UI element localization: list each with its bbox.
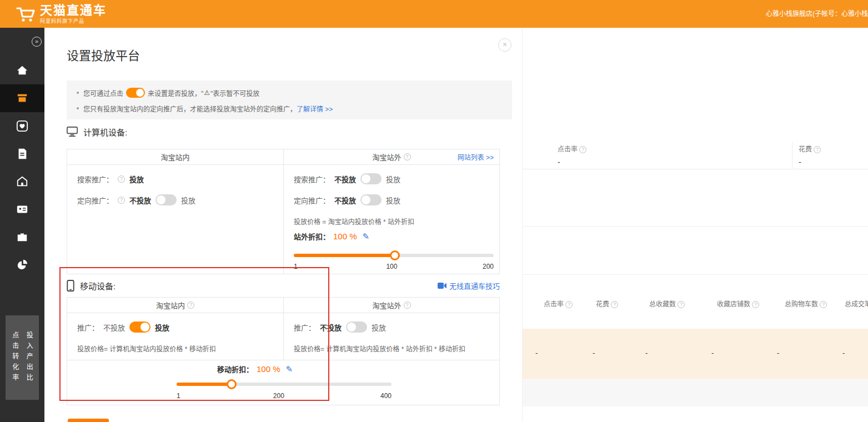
- report-icon: [16, 148, 28, 160]
- help-icon[interactable]: ?: [814, 146, 821, 153]
- header-label: 点击率: [544, 300, 564, 308]
- help-icon[interactable]: ?: [118, 175, 125, 183]
- offsite-discount-slider[interactable]: [294, 250, 494, 260]
- wireless-tips-link[interactable]: 无线直通车技巧: [438, 280, 500, 291]
- discount-value: 100 %: [257, 364, 280, 374]
- help-icon[interactable]: ?: [118, 197, 125, 204]
- bullet-dot: [77, 92, 79, 94]
- table-header-orders: 总成交笔: [845, 299, 868, 308]
- table-cell: -: [535, 349, 538, 357]
- table-cell: -: [711, 349, 714, 357]
- section-title: 计算机设备:: [83, 126, 127, 138]
- column-divider: [792, 142, 792, 169]
- summary-col-label: 点击率 ?: [558, 142, 586, 153]
- mobile-onsite-promo-toggle[interactable]: [129, 321, 150, 333]
- computer-offsite-cell: 搜索推广： 不投放 投放 定向推广： 不投放 投放 投放价格 = 淘宝站内投放价…: [283, 165, 499, 274]
- ctr-value: -: [558, 153, 586, 167]
- help-icon[interactable]: ?: [678, 301, 685, 308]
- help-icon[interactable]: ?: [611, 301, 618, 308]
- tick-min: 1: [177, 392, 180, 400]
- learn-more-link[interactable]: 了解详情 >>: [297, 104, 333, 113]
- mobile-discount-slider[interactable]: [177, 379, 392, 389]
- table-body: 搜索推广： ? 投放 定向推广： ? 不投放 投放 搜索推广：: [67, 165, 499, 274]
- table-header-row: 淘宝站内 淘宝站外 ? 网站列表 >>: [67, 149, 499, 165]
- collapse-chevron-icon[interactable]: »: [32, 37, 42, 47]
- wireless-tips-label[interactable]: 无线直通车技巧: [449, 280, 500, 291]
- bullet-dot: [77, 107, 79, 109]
- sidebar-item-data[interactable]: [0, 251, 44, 279]
- help-icon[interactable]: ?: [752, 301, 759, 308]
- computer-offsite-search-toggle[interactable]: [360, 173, 382, 184]
- slider-fill: [294, 254, 395, 257]
- row-label: 搜索推广：: [294, 174, 330, 184]
- computer-onsite-cell: 搜索推广： ? 投放 定向推广： ? 不投放 投放: [67, 165, 283, 274]
- computer-offsite-target-toggle[interactable]: [360, 194, 382, 205]
- table-cell: -: [777, 349, 779, 357]
- help-icon[interactable]: ?: [820, 301, 827, 308]
- mobile-placement-table: 淘宝站内 ? 淘宝站外 ? 推广： 不投放 投放 投放价格= 计算机淘宝站内投: [67, 297, 500, 405]
- state-on-label: 投放: [386, 174, 400, 184]
- site-list-link[interactable]: 网站列表 >>: [458, 152, 494, 162]
- slider-ticks: 1 100 200: [294, 263, 494, 271]
- mobile-section-header: 移动设备: 无线直通车技巧: [67, 279, 500, 292]
- sidebar-item-reports[interactable]: [0, 140, 44, 168]
- header-taobao-offsite: 淘宝站外 ?: [283, 298, 499, 313]
- cart-logo-icon: [16, 6, 36, 23]
- briefcase-icon: [16, 231, 28, 243]
- table-cell: -: [593, 349, 595, 357]
- summary-col-label: 花费 ?: [799, 142, 821, 153]
- target-promo-row: 定向推广： ? 不投放 投放: [77, 194, 195, 206]
- metric-roi[interactable]: 投入产出比: [24, 331, 34, 384]
- close-icon[interactable]: ×: [498, 38, 511, 52]
- sidebar-item-campaign[interactable]: [0, 84, 44, 112]
- tip-text: 您可通过点击: [83, 88, 123, 98]
- help-icon[interactable]: ?: [404, 302, 411, 309]
- row-label: 推广：: [77, 322, 99, 333]
- edit-pencil-icon[interactable]: ✎: [363, 232, 370, 242]
- app-subtitle: 阿里妈妈旗下产品: [40, 17, 107, 24]
- summary-bar: 点击率 ? - 花费 ? -: [523, 142, 868, 169]
- mobile-discount-line: 移动折扣： 100 % ✎: [217, 364, 293, 374]
- sidebar-item-favorites[interactable]: [0, 112, 44, 140]
- summary-col-cost: 花费 ? -: [799, 142, 821, 167]
- slider-handle[interactable]: [227, 379, 237, 389]
- header-label: 淘宝站外: [372, 300, 401, 310]
- sidebar-item-account[interactable]: [0, 195, 44, 223]
- header-taobao-offsite: 淘宝站外 ? 网站列表 >>: [283, 149, 499, 164]
- computer-onsite-target-toggle[interactable]: [155, 194, 177, 205]
- metric-conversion-rate[interactable]: 点击转化率: [11, 331, 20, 384]
- sidebar-item-store[interactable]: [0, 168, 44, 195]
- row-label: 定向推广：: [77, 195, 113, 205]
- state-off-label: 不投放: [129, 195, 151, 205]
- sidebar-item-home[interactable]: [0, 57, 44, 84]
- discount-value: 100 %: [333, 232, 357, 241]
- edit-pencil-icon[interactable]: ✎: [286, 364, 293, 374]
- app-root: 点击率 ? - 花费 ? - 点击率 ? 花费 ? 总收藏数 ? 收藏店铺数 ?…: [0, 0, 868, 422]
- table-header-shop-favorites: 收藏店铺数 ?: [717, 299, 759, 308]
- header-label: 总成交笔: [845, 300, 868, 308]
- toggle-knob: [136, 89, 144, 97]
- help-icon[interactable]: ?: [404, 153, 411, 160]
- table-header-carts: 总购物车数 ?: [785, 299, 827, 308]
- mobile-offsite-promo-toggle[interactable]: [346, 321, 367, 333]
- computer-icon: [67, 127, 78, 137]
- header-taobao-onsite: 淘宝站内 ?: [67, 298, 283, 313]
- sidebar-item-tools[interactable]: [0, 223, 44, 251]
- top-bar: 天猫直通车 阿里妈妈旗下产品 心雅小栈旗舰店(子帐号：心雅小栈: [0, 0, 868, 28]
- account-info[interactable]: 心雅小栈旗舰店(子帐号：心雅小栈: [766, 0, 868, 28]
- table-header-row: 淘宝站内 ? 淘宝站外 ?: [67, 298, 499, 313]
- sidebar-nav: [0, 57, 44, 279]
- confirm-button[interactable]: [68, 419, 109, 422]
- state-off-label: 不投放: [334, 195, 356, 205]
- state-on-label: 投放: [372, 322, 386, 333]
- metric-quick-panel: 点击转化率 投入产出比: [6, 315, 39, 400]
- header-label: 收藏店铺数: [717, 300, 750, 308]
- header-label: 花费: [596, 300, 609, 308]
- help-icon[interactable]: ?: [187, 302, 194, 309]
- help-icon[interactable]: ?: [565, 301, 573, 308]
- video-icon: [438, 283, 446, 289]
- tick-mid: 100: [386, 263, 397, 270]
- help-icon[interactable]: ?: [579, 146, 586, 153]
- slider-handle[interactable]: [390, 250, 400, 260]
- tip-line-2: 您只有投放淘宝站内的定向推广后，才能选择投放淘宝站外的定向推广， 了解详情 >>: [77, 103, 333, 114]
